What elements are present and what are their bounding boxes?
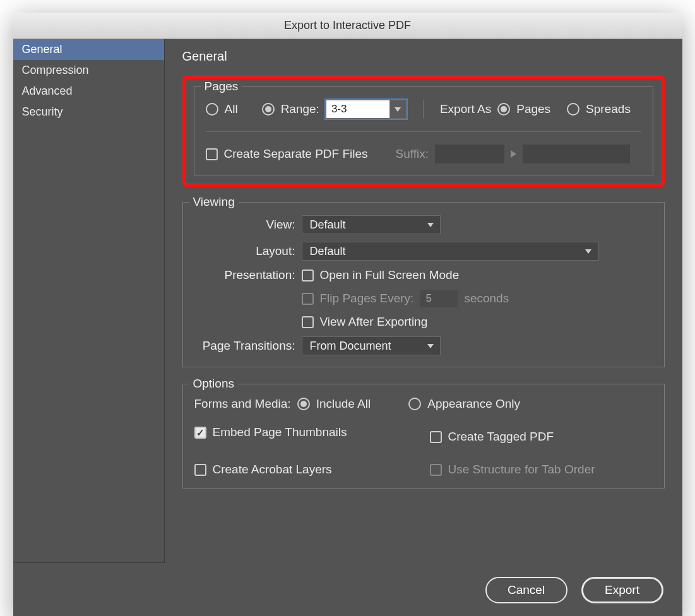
opt-embed-thumbs: Embed Page Thumbnails xyxy=(194,421,417,444)
opt-structure-tab: Use Structure for Tab Order xyxy=(430,463,653,477)
radio-spreads-label: Spreads xyxy=(586,102,631,116)
sidebar-item-label: Compression xyxy=(22,64,89,76)
dialog-title: Export to Interactive PDF xyxy=(284,19,411,32)
export-dialog: Export to Interactive PDF General Compre… xyxy=(13,13,682,616)
export-button-label: Export xyxy=(605,583,639,597)
panel-heading: General xyxy=(182,49,665,64)
fieldset-options: Options Forms and Media: Include All App… xyxy=(182,384,665,489)
structure-tab-label: Use Structure for Tab Order xyxy=(448,463,595,477)
sidebar: General Compression Advanced Security xyxy=(13,39,165,563)
radio-range[interactable] xyxy=(262,103,275,116)
export-button[interactable]: Export xyxy=(581,577,663,603)
view-label: View: xyxy=(194,218,302,232)
highlight-box: Pages All Range: Export As xyxy=(182,75,665,187)
transitions-value: From Document xyxy=(310,340,391,353)
layout-select[interactable]: Default xyxy=(302,242,598,261)
export-as-label: Export As xyxy=(440,102,491,116)
chevron-down-icon xyxy=(585,249,591,254)
checkbox-structure-tab xyxy=(430,464,442,476)
transitions-label: Page Transitions: xyxy=(194,339,302,353)
range-input[interactable] xyxy=(326,100,389,118)
cancel-button[interactable]: Cancel xyxy=(485,577,567,603)
footer-area: Cancel Export xyxy=(13,563,682,616)
sidebar-item-label: Security xyxy=(22,105,63,118)
cancel-button-label: Cancel xyxy=(508,583,545,597)
view-after-label: View After Exporting xyxy=(320,315,428,329)
separator xyxy=(423,100,424,118)
footer: Cancel Export xyxy=(13,563,682,616)
layout-value: Default xyxy=(310,245,346,258)
checkbox-view-after[interactable] xyxy=(302,316,314,328)
opt-acrobat-layers: Create Acrobat Layers xyxy=(194,463,417,477)
dialog-body: General Compression Advanced Security Ge… xyxy=(13,39,682,563)
legend-options: Options xyxy=(189,377,238,391)
radio-appearance-only[interactable] xyxy=(408,398,421,410)
legend-viewing: Viewing xyxy=(189,195,239,209)
tagged-pdf-label: Create Tagged PDF xyxy=(448,430,554,444)
view-select[interactable]: Default xyxy=(302,215,441,234)
sidebar-item-advanced[interactable]: Advanced xyxy=(13,81,164,102)
acrobat-layers-label: Create Acrobat Layers xyxy=(213,463,332,477)
checkbox-create-separate[interactable] xyxy=(206,148,218,160)
radio-range-label: Range: xyxy=(281,102,319,116)
appearance-only-label: Appearance Only xyxy=(427,397,520,411)
chevron-down-icon xyxy=(395,107,401,112)
pages-row-1: All Range: Export As Pages xyxy=(206,100,641,119)
presentation-label: Presentation: xyxy=(194,268,302,282)
fieldset-pages: Pages All Range: Export As xyxy=(194,86,653,175)
forms-label: Forms and Media: xyxy=(194,397,291,411)
dialog-titlebar: Export to Interactive PDF xyxy=(13,13,682,39)
checkbox-fullscreen[interactable] xyxy=(302,270,314,281)
flip-row: Flip Pages Every: seconds xyxy=(302,290,653,307)
main-panel: General Pages All Range: xyxy=(165,39,682,563)
legend-pages: Pages xyxy=(201,80,242,93)
suffix-input-2 xyxy=(523,145,630,163)
checkbox-acrobat-layers[interactable] xyxy=(194,464,206,476)
checkbox-flip xyxy=(302,293,314,305)
checkbox-tagged-pdf[interactable] xyxy=(430,431,442,443)
range-combo[interactable] xyxy=(326,100,407,119)
chevron-down-icon xyxy=(427,344,434,348)
forms-row: Forms and Media: Include All Appearance … xyxy=(194,397,653,411)
sidebar-item-general[interactable]: General xyxy=(13,39,164,60)
view-value: Default xyxy=(310,218,346,232)
suffix-label: Suffix: xyxy=(396,147,429,161)
fullscreen-label: Open in Full Screen Mode xyxy=(320,268,460,282)
opt-tagged-pdf: Create Tagged PDF xyxy=(430,430,653,444)
sidebar-item-label: General xyxy=(22,43,62,56)
chevron-down-icon xyxy=(427,223,434,227)
radio-all[interactable] xyxy=(206,103,218,116)
divider xyxy=(206,131,641,132)
options-grid: Embed Page Thumbnails Create Tagged PDF … xyxy=(194,421,653,477)
flip-seconds-input xyxy=(420,290,458,307)
sidebar-item-security[interactable]: Security xyxy=(13,102,164,122)
range-dropdown-button[interactable] xyxy=(389,100,406,118)
flip-label: Flip Pages Every: xyxy=(320,292,414,305)
radio-include-all[interactable] xyxy=(297,398,310,410)
radio-pages[interactable] xyxy=(497,103,510,116)
transitions-select[interactable]: From Document xyxy=(302,336,441,355)
view-after-row: View After Exporting xyxy=(302,315,653,329)
create-separate-label: Create Separate PDF Files xyxy=(224,147,368,161)
radio-pages-label: Pages xyxy=(516,102,550,116)
checkbox-embed-thumbs[interactable] xyxy=(194,427,206,439)
include-all-label: Include All xyxy=(316,397,371,411)
arrow-right-icon xyxy=(511,150,516,158)
sidebar-item-compression[interactable]: Compression xyxy=(13,60,164,81)
radio-all-label: All xyxy=(225,102,238,116)
radio-spreads[interactable] xyxy=(567,103,579,116)
presentation-row: Open in Full Screen Mode xyxy=(302,268,653,282)
pages-row-2: Create Separate PDF Files Suffix: xyxy=(206,145,641,163)
embed-thumbs-label: Embed Page Thumbnails xyxy=(213,425,347,439)
seconds-label: seconds xyxy=(464,292,509,305)
layout-label: Layout: xyxy=(194,244,302,258)
fieldset-viewing: Viewing View: Default Layout: Default Pr… xyxy=(182,202,665,367)
suffix-input-1 xyxy=(435,145,504,163)
viewing-grid: View: Default Layout: Default Presentati… xyxy=(194,215,653,355)
sidebar-item-label: Advanced xyxy=(22,85,73,97)
